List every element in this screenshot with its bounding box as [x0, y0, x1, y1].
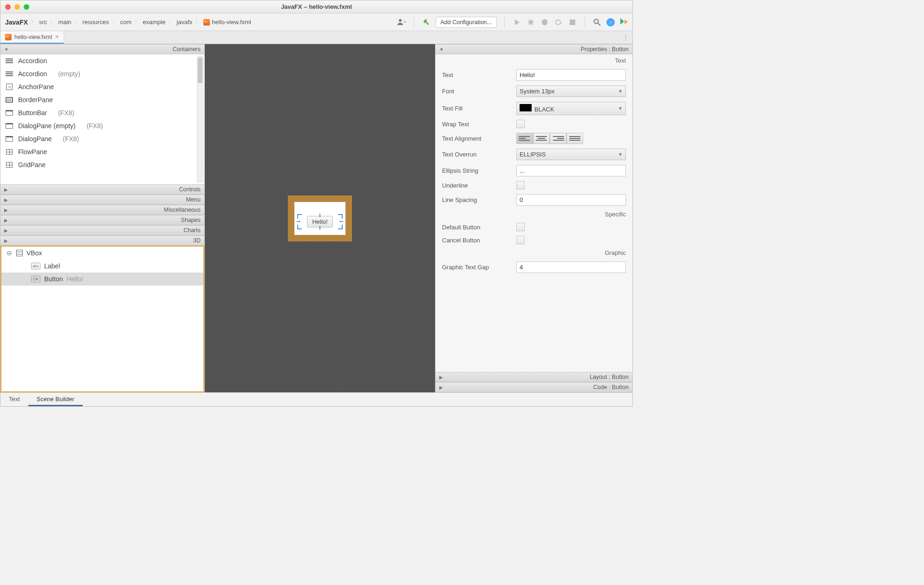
font-dropdown[interactable]: System 13px▼ — [516, 85, 626, 97]
chevron-right-icon: 〉 — [112, 18, 117, 26]
jetbrains-icon[interactable] — [619, 18, 628, 26]
borderpane-icon — [5, 97, 13, 103]
debug-icon[interactable] — [526, 18, 535, 27]
align-left-button[interactable] — [516, 133, 533, 144]
tab-text[interactable]: Text — [0, 393, 28, 406]
build-icon[interactable] — [422, 18, 431, 27]
align-justify-button[interactable] — [566, 133, 583, 144]
library-item[interactable]: DialogPane (empty) (FX8) — [0, 119, 204, 132]
wraptext-checkbox[interactable] — [516, 120, 525, 128]
canvas-content[interactable]: Hello! — [294, 202, 345, 235]
3d-header[interactable]: ▶3D — [0, 235, 204, 246]
collapse-icon[interactable]: ⊖ — [6, 249, 13, 257]
button-icon: OK — [31, 276, 40, 282]
prop-font: Font System 13px▼ — [436, 83, 632, 99]
library-item[interactable]: Accordion (empty) — [0, 67, 204, 80]
prop-cancelbutton: Cancel Button — [436, 234, 632, 247]
file-tab[interactable]: hello-view.fxml ✕ — [0, 31, 64, 44]
expand-icon: ▶ — [4, 228, 8, 233]
hierarchy-node-button[interactable]: OK Button Hello! — [1, 273, 203, 286]
close-tab-icon[interactable]: ✕ — [55, 34, 59, 40]
breadcrumb-item[interactable]: main — [58, 19, 71, 26]
svg-point-1 — [556, 20, 560, 25]
props-group-specific: Specific — [436, 208, 632, 221]
design-canvas[interactable]: Hello! — [205, 44, 435, 392]
misc-header[interactable]: ▶Miscellaneous — [0, 205, 204, 215]
linespacing-input[interactable] — [516, 194, 626, 206]
library-item[interactable]: BorderPane — [0, 93, 204, 106]
menu-header[interactable]: ▶Menu — [0, 195, 204, 205]
graphicgap-input[interactable] — [516, 261, 626, 273]
align-right-button[interactable] — [550, 133, 566, 144]
section-label: Layout : Button — [590, 374, 629, 380]
svg-point-3 — [594, 19, 599, 23]
canvas-button[interactable]: Hello! — [307, 216, 332, 228]
titlebar: JavaFX – hello-view.fxml — [0, 0, 632, 13]
breadcrumb-root[interactable]: JavaFX — [5, 19, 28, 26]
code-header[interactable]: ▶Code : Button — [436, 382, 632, 392]
section-label: 3D — [193, 237, 201, 244]
library-item[interactable]: ButtonBar (FX8) — [0, 106, 204, 119]
properties-body: Text Text Font System 13px▼ Text Fill BL… — [436, 54, 632, 372]
run-config-dropdown[interactable]: Add Configuration... — [436, 17, 497, 28]
tab-scene-builder[interactable]: Scene Builder — [28, 393, 83, 406]
coverage-icon[interactable] — [540, 18, 549, 27]
overrun-dropdown[interactable]: ELLIPSIS▼ — [516, 149, 626, 160]
containers-header[interactable]: ▼ Containers — [0, 44, 204, 54]
props-group-graphic: Graphic — [436, 247, 632, 259]
ellipsis-input[interactable] — [516, 165, 626, 176]
breadcrumb-item[interactable]: javafx — [176, 19, 192, 26]
node-label: VBox — [26, 249, 42, 257]
prop-text: Text — [436, 67, 632, 83]
properties-header[interactable]: ▼ Properties : Button — [436, 44, 632, 54]
align-center-button[interactable] — [533, 133, 550, 144]
expand-icon: ▶ — [439, 385, 443, 390]
chevron-down-icon: ▼ — [618, 89, 623, 94]
breadcrumb-item[interactable]: resources — [83, 19, 109, 26]
prop-textfill: Text Fill BLACK▼ — [436, 99, 632, 117]
expand-icon: ▶ — [4, 197, 8, 202]
hierarchy-node-vbox[interactable]: ⊖ VBox — [1, 247, 203, 260]
collapse-icon: ▼ — [4, 47, 9, 52]
charts-header[interactable]: ▶Charts — [0, 225, 204, 235]
node-text: Hello! — [66, 275, 83, 283]
controls-header[interactable]: ▶Controls — [0, 184, 204, 195]
profile-icon[interactable] — [554, 18, 563, 27]
dialogpane-icon — [5, 136, 13, 142]
breadcrumb-item[interactable]: example — [143, 19, 165, 26]
library-item[interactable]: FlowPane — [0, 145, 204, 158]
library-item[interactable]: DialogPane (FX8) — [0, 132, 204, 145]
search-icon[interactable] — [592, 18, 602, 27]
prop-underline: Underline — [436, 179, 632, 192]
update-icon[interactable]: ↑ — [606, 18, 615, 26]
user-icon[interactable] — [397, 18, 406, 27]
expand-icon: ▶ — [4, 218, 8, 223]
defaultbutton-checkbox[interactable] — [516, 223, 525, 231]
scrollbar-thumb[interactable] — [198, 58, 202, 83]
svg-point-0 — [529, 20, 533, 24]
separator — [414, 17, 414, 27]
canvas-root[interactable]: Hello! — [288, 195, 352, 241]
text-input[interactable] — [516, 69, 626, 81]
tab-overflow[interactable]: ⋮ — [623, 31, 632, 44]
library-item[interactable]: ⎋AnchorPane — [0, 80, 204, 93]
breadcrumb-item[interactable]: com — [120, 19, 132, 26]
layout-header[interactable]: ▶Layout : Button — [436, 372, 632, 382]
scrollbar[interactable] — [197, 56, 203, 182]
stop-icon[interactable] — [568, 18, 577, 27]
hierarchy-node-label[interactable]: abc Label — [1, 260, 203, 273]
library-item[interactable]: Accordion — [0, 54, 204, 67]
toolbar-actions: Add Configuration... ↑ — [397, 17, 628, 28]
breadcrumb-item[interactable]: src — [39, 19, 47, 26]
containers-list[interactable]: Accordion Accordion (empty) ⎋AnchorPane … — [0, 54, 204, 184]
underline-checkbox[interactable] — [516, 181, 525, 189]
flowpane-icon — [5, 149, 13, 155]
cancelbutton-checkbox[interactable] — [516, 236, 525, 244]
library-item[interactable]: GridPane — [0, 158, 204, 171]
separator — [504, 17, 505, 27]
breadcrumb-file[interactable]: hello-view.fxml — [212, 19, 251, 26]
expand-icon: ▶ — [4, 238, 8, 243]
shapes-header[interactable]: ▶Shapes — [0, 215, 204, 225]
run-icon[interactable] — [512, 18, 521, 27]
textfill-dropdown[interactable]: BLACK▼ — [516, 102, 626, 115]
